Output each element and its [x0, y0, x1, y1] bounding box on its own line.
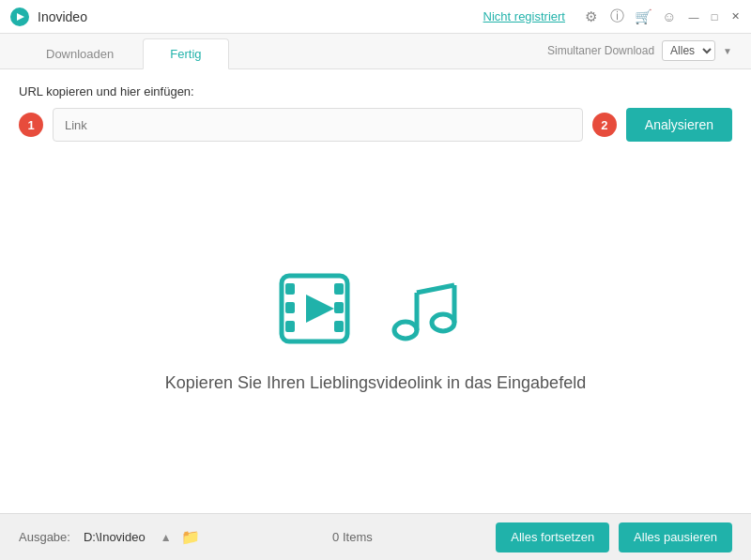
resume-all-button[interactable]: Alles fortsetzen	[496, 522, 609, 552]
url-input[interactable]	[53, 108, 583, 142]
app-logo	[9, 7, 30, 27]
settings-icon[interactable]: ⚙	[582, 8, 599, 25]
dropdown-arrow-icon: ▼	[723, 46, 732, 56]
empty-state-text: Kopieren Sie Ihren Lieblingsvideolink in…	[165, 373, 586, 393]
step2-badge: 2	[592, 113, 617, 137]
minimize-button[interactable]: —	[687, 10, 700, 23]
path-up-arrow-icon[interactable]: ▲	[161, 531, 172, 544]
svg-rect-8	[334, 321, 344, 332]
register-link[interactable]: Nicht registriert	[483, 9, 565, 23]
info-icon[interactable]: ⓘ	[608, 8, 625, 25]
svg-point-12	[432, 314, 454, 331]
app-name: Inovideo	[38, 9, 483, 24]
svg-point-10	[394, 322, 417, 339]
svg-marker-9	[306, 295, 334, 323]
music-icon	[385, 266, 479, 351]
simultaneous-select[interactable]: Alles 1 2 3	[662, 40, 715, 61]
analyze-button[interactable]: Analysieren	[626, 108, 732, 142]
svg-rect-6	[334, 283, 344, 295]
maximize-button[interactable]: □	[708, 10, 721, 23]
step1-badge: 1	[19, 113, 43, 137]
svg-rect-7	[334, 302, 344, 313]
smiley-icon[interactable]: ☺	[661, 8, 678, 24]
pause-all-button[interactable]: Alles pausieren	[619, 522, 732, 552]
titlebar-action-icons: ⚙ ⓘ 🛒 ☺	[582, 8, 678, 25]
simultaneous-label: Simultaner Download	[547, 44, 654, 57]
tab-fertig[interactable]: Fertig	[143, 38, 228, 69]
items-count: 0 Items	[219, 530, 487, 544]
svg-rect-3	[285, 283, 295, 295]
url-label: URL kopieren und hier einfügen:	[19, 84, 732, 98]
empty-state: Kopieren Sie Ihren Lieblingsvideolink in…	[19, 160, 732, 498]
simultaneous-download: Simultaner Download Alles 1 2 3 ▼	[547, 40, 732, 68]
main-content: URL kopieren und hier einfügen: 1 2 Anal…	[0, 69, 751, 513]
close-button[interactable]: ✕	[728, 10, 742, 23]
tab-downloaden[interactable]: Downloaden	[19, 38, 141, 68]
titlebar: Inovideo Nicht registriert ⚙ ⓘ 🛒 ☺ — □ ✕	[0, 0, 751, 34]
cart-icon[interactable]: 🛒	[635, 8, 651, 25]
svg-rect-5	[285, 321, 295, 332]
url-input-row: 1 2 Analysieren	[19, 108, 732, 142]
output-path: D:\Inovideo	[84, 530, 146, 544]
svg-line-14	[417, 285, 454, 293]
film-icon	[272, 266, 366, 351]
tabs-bar: Downloaden Fertig Simultaner Download Al…	[0, 34, 751, 69]
window-controls: — □ ✕	[687, 10, 742, 23]
footer: Ausgabe: D:\Inovideo ▲ 📁 0 Items Alles f…	[0, 513, 751, 560]
output-label: Ausgabe:	[19, 530, 70, 544]
empty-state-icons	[272, 266, 479, 351]
folder-icon[interactable]: 📁	[181, 528, 200, 546]
svg-rect-4	[285, 302, 295, 313]
